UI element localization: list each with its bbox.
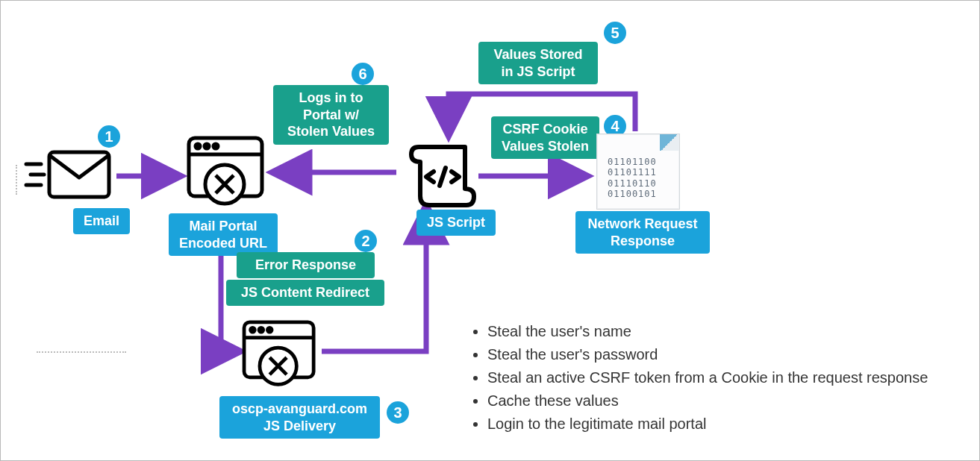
network-response-icon: 01101100 01101111 01110110 01100101 [596, 134, 680, 210]
svg-point-8 [213, 144, 218, 148]
svg-point-15 [259, 327, 263, 332]
email-icon [23, 146, 113, 209]
email-label: Email [73, 208, 130, 234]
binary-row: 01101111 [608, 167, 657, 178]
mail-portal-label: Mail Portal Encoded URL [169, 213, 278, 256]
svg-point-6 [196, 144, 200, 148]
svg-point-16 [267, 327, 272, 332]
capabilities-list: Steal the user's name Steal the user's p… [469, 320, 970, 436]
list-item: Cache these values [487, 389, 970, 413]
js-delivery-label: oscp-avanguard.com JS Delivery [219, 396, 380, 439]
svg-rect-0 [49, 152, 109, 197]
step-2b-label: JS Content Redirect [226, 280, 384, 306]
step-5-badge: 5 [604, 22, 626, 44]
step-4-label: CSRF Cookie Values Stolen [491, 116, 599, 159]
list-item: Steal the user's name [487, 320, 970, 343]
network-response-label: Network Request Response [575, 211, 710, 254]
step-3-badge: 3 [387, 401, 409, 424]
list-item: Login to the legitimate mail portal [487, 413, 970, 436]
step-6-label: Logs in to Portal w/ Stolen Values [273, 85, 389, 145]
svg-point-7 [205, 144, 209, 148]
binary-row: 01101100 [608, 157, 657, 167]
diagram-canvas: 1 Email Mail Portal Encoded URL 2 Error … [0, 0, 980, 461]
list-item: Steal an active CSRF token from a Cookie… [487, 366, 970, 389]
step-6-badge: 6 [352, 63, 374, 85]
step-2a-label: Error Response [237, 252, 375, 278]
svg-point-14 [251, 327, 255, 332]
js-script-label: JS Script [416, 210, 496, 236]
js-delivery-icon [241, 319, 319, 393]
list-item: Steal the user's password [487, 343, 970, 366]
binary-row: 01100101 [608, 189, 657, 199]
decorative-dots [16, 165, 23, 195]
step-2-badge: 2 [355, 230, 377, 252]
decorative-dots [37, 351, 126, 359]
binary-row: 01110110 [608, 178, 657, 189]
js-script-icon [405, 138, 480, 212]
step-1-badge: 1 [98, 125, 120, 148]
step-5-label: Values Stored in JS Script [478, 42, 598, 84]
mail-portal-icon [186, 135, 268, 213]
